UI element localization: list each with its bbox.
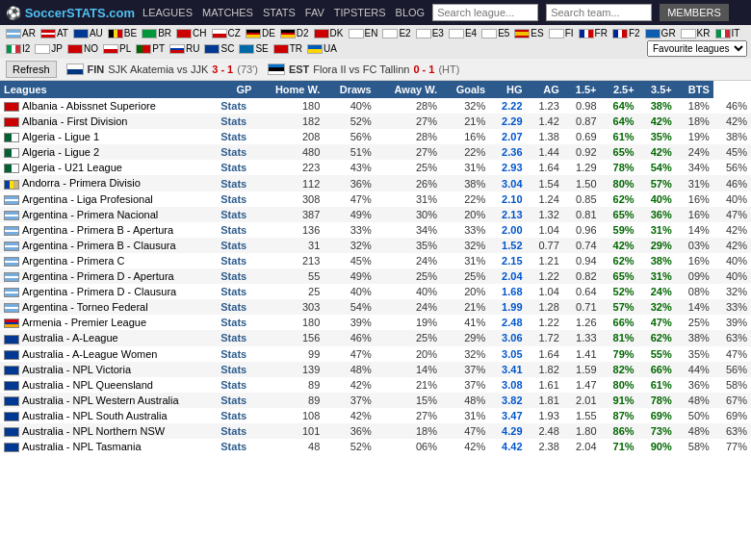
- league-name-cell[interactable]: Australia - A-League Women: [0, 346, 212, 362]
- nav-stats[interactable]: STATS: [263, 7, 296, 18]
- stats-button[interactable]: Stats: [212, 144, 255, 160]
- flag-br[interactable]: BR: [140, 27, 173, 39]
- logo[interactable]: ⚽ SoccerSTATS.com: [6, 6, 135, 20]
- flag-ch[interactable]: CH: [174, 27, 208, 39]
- p15-cell: 86%: [601, 423, 638, 439]
- flag-gr[interactable]: GR: [643, 27, 678, 39]
- stats-button[interactable]: Stats: [212, 330, 255, 345]
- nav-tipsters[interactable]: TIPSTERS: [334, 7, 386, 18]
- flag-pl[interactable]: PL: [101, 42, 133, 55]
- flag-kr[interactable]: KR: [679, 27, 712, 39]
- flag-es[interactable]: ES: [512, 27, 545, 39]
- flag-jp[interactable]: JP: [33, 42, 65, 55]
- flag-at[interactable]: AT: [39, 27, 70, 39]
- league-name-cell[interactable]: Australia - NPL South Australia: [0, 408, 212, 423]
- flag-e4[interactable]: E4: [447, 27, 479, 39]
- stats-button[interactable]: Stats: [212, 315, 255, 330]
- flag-ar[interactable]: AR: [4, 27, 38, 39]
- stats-button[interactable]: Stats: [212, 222, 255, 238]
- stats-button[interactable]: Stats: [212, 408, 255, 423]
- flag-e5[interactable]: E5: [479, 27, 511, 39]
- table-header-row: Leagues GP Home W. Draws Away W. Goals H…: [0, 81, 751, 98]
- stats-button[interactable]: Stats: [212, 284, 255, 299]
- favourite-leagues-select[interactable]: Favourite leagues: [647, 40, 747, 57]
- draws-cell: 25%: [376, 330, 441, 345]
- search-league-input[interactable]: [432, 4, 538, 21]
- flag-ua[interactable]: UA: [305, 42, 339, 55]
- flag-it[interactable]: IT: [713, 27, 742, 39]
- stats-button[interactable]: Stats: [212, 129, 255, 144]
- stats-button[interactable]: Stats: [212, 423, 255, 439]
- league-name-cell[interactable]: Argentina - Primera D - Clausura: [0, 284, 212, 299]
- flag-fr[interactable]: FR: [577, 27, 609, 39]
- league-name-cell[interactable]: Argentina - Liga Profesional: [0, 191, 212, 207]
- stats-button[interactable]: Stats: [212, 160, 255, 175]
- flag-au[interactable]: AU: [71, 27, 105, 39]
- stats-button[interactable]: Stats: [212, 377, 255, 393]
- bts-cell: 56%: [713, 362, 751, 377]
- stats-button[interactable]: Stats: [212, 114, 255, 129]
- stats-button[interactable]: Stats: [212, 238, 255, 253]
- nav-fav[interactable]: FAV: [305, 7, 324, 18]
- flag-en[interactable]: EN: [347, 27, 380, 39]
- league-name-cell[interactable]: Albania - Abissnet Superiore: [0, 98, 212, 114]
- goals-cell: 4.29: [489, 423, 526, 439]
- nav-matches[interactable]: MATCHES: [202, 7, 253, 18]
- flag-sc[interactable]: SC: [202, 42, 236, 55]
- flag-e2[interactable]: E2: [380, 27, 412, 39]
- stats-button[interactable]: Stats: [212, 439, 255, 454]
- flag-f2[interactable]: F2: [610, 27, 642, 39]
- league-name-cell[interactable]: Australia - NPL Western Australia: [0, 393, 212, 408]
- stats-button[interactable]: Stats: [212, 299, 255, 315]
- league-flag: [4, 396, 19, 406]
- members-button[interactable]: MEMBERS: [660, 4, 729, 21]
- stats-button[interactable]: Stats: [212, 253, 255, 268]
- flag-e3[interactable]: E3: [414, 27, 446, 39]
- league-name-cell[interactable]: Algeria - U21 League: [0, 160, 212, 175]
- flag-pt[interactable]: PT: [134, 42, 167, 55]
- stats-button[interactable]: Stats: [212, 175, 255, 191]
- flag-fi[interactable]: FI: [547, 27, 576, 39]
- league-name-cell[interactable]: Algeria - Ligue 2: [0, 144, 212, 160]
- flag-se[interactable]: SE: [237, 42, 270, 55]
- flag-cz[interactable]: CZ: [210, 27, 243, 39]
- nav-blog[interactable]: BLOG: [396, 7, 426, 18]
- stats-button[interactable]: Stats: [212, 191, 255, 207]
- p35-cell: 18%: [676, 98, 713, 114]
- stats-button[interactable]: Stats: [212, 268, 255, 284]
- goals-cell: 3.05: [489, 346, 526, 362]
- league-name-cell[interactable]: Argentina - Primera Nacional: [0, 207, 212, 222]
- flag-tr[interactable]: TR: [272, 42, 304, 55]
- flag-be[interactable]: BE: [106, 27, 139, 39]
- league-name-cell[interactable]: Australia - A-League: [0, 330, 212, 345]
- league-name-cell[interactable]: Andorra - Primera Divisio: [0, 175, 212, 191]
- league-name-cell[interactable]: Armenia - Premier League: [0, 315, 212, 330]
- refresh-button[interactable]: Refresh: [6, 61, 57, 78]
- league-name-cell[interactable]: Australia - NPL Tasmania: [0, 439, 212, 454]
- search-team-input[interactable]: [546, 4, 652, 21]
- league-name-cell[interactable]: Australia - NPL Victoria: [0, 362, 212, 377]
- league-name-cell[interactable]: Algeria - Ligue 1: [0, 129, 212, 144]
- league-name-cell[interactable]: Australia - NPL Queensland: [0, 377, 212, 393]
- league-name-cell[interactable]: Australia - NPL Northern NSW: [0, 423, 212, 439]
- stats-button[interactable]: Stats: [212, 346, 255, 362]
- stats-button[interactable]: Stats: [212, 98, 255, 114]
- stats-button[interactable]: Stats: [212, 362, 255, 377]
- league-name-cell[interactable]: Argentina - Primera B - Apertura: [0, 222, 212, 238]
- league-name-cell[interactable]: Argentina - Primera B - Clausura: [0, 238, 212, 253]
- flag-dk[interactable]: DK: [312, 27, 346, 39]
- league-name-cell[interactable]: Argentina - Torneo Federal: [0, 299, 212, 315]
- flag-d2[interactable]: D2: [278, 27, 311, 39]
- league-name-cell[interactable]: Albania - First Division: [0, 114, 212, 129]
- flag-ru[interactable]: RU: [168, 42, 201, 55]
- stats-button[interactable]: Stats: [212, 393, 255, 408]
- league-flag: [4, 427, 19, 437]
- league-name-cell[interactable]: Argentina - Primera D - Apertura: [0, 268, 212, 284]
- flag-no[interactable]: NO: [65, 42, 100, 55]
- flag-de[interactable]: DE: [244, 27, 277, 39]
- gp-cell: 112: [255, 175, 324, 191]
- league-name-cell[interactable]: Argentina - Primera C: [0, 253, 212, 268]
- flag-i2[interactable]: I2: [4, 42, 32, 55]
- stats-button[interactable]: Stats: [212, 207, 255, 222]
- nav-leagues[interactable]: LEAGUES: [142, 7, 193, 18]
